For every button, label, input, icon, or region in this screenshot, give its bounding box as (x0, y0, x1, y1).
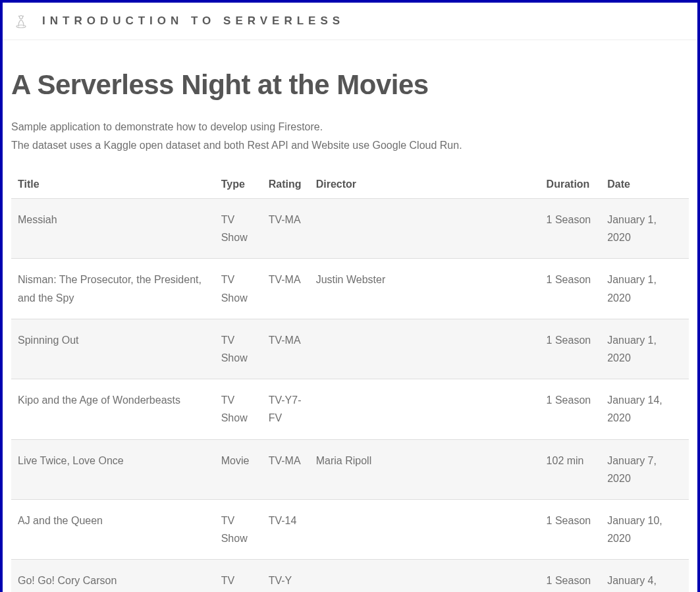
header: INTRODUCTION TO SERVERLESS (3, 3, 697, 40)
cell-director (310, 319, 540, 379)
intro-line-2: The dataset uses a Kaggle open dataset a… (11, 136, 689, 155)
cell-type: Movie (215, 439, 262, 499)
table-row: Messiah TV Show TV-MA 1 Season January 1… (11, 199, 689, 259)
cell-rating: TV-14 (262, 499, 310, 559)
page-container: INTRODUCTION TO SERVERLESS A Serverless … (3, 3, 697, 592)
cell-rating: TV-MA (262, 439, 310, 499)
cell-date: January 7, 2020 (601, 439, 689, 499)
cell-director: Maria Ripoll (310, 439, 540, 499)
intro-line-1: Sample application to demonstrate how to… (11, 118, 689, 136)
table-row: AJ and the Queen TV Show TV-14 1 Season … (11, 499, 689, 559)
movies-table: Title Type Rating Director Duration Date… (11, 171, 689, 592)
cell-type: TV Show (215, 199, 262, 259)
col-title: Title (11, 171, 215, 199)
cell-type: TV Show (215, 379, 262, 439)
cell-rating: TV-Y (262, 560, 310, 592)
cell-type: TV Show (215, 560, 262, 592)
cell-duration: 1 Season (540, 319, 601, 379)
cell-duration: 1 Season (540, 560, 601, 592)
col-director: Director (310, 171, 540, 199)
cell-date: January 1, 2020 (601, 259, 689, 319)
cell-title: Go! Go! Cory Carson (11, 560, 215, 592)
cell-date: January 4, 2020 (601, 560, 689, 592)
cell-duration: 1 Season (540, 499, 601, 559)
cell-title: Nisman: The Prosecutor, the President, a… (11, 259, 215, 319)
cell-rating: TV-MA (262, 259, 310, 319)
col-rating: Rating (262, 171, 310, 199)
cell-title: Kipo and the Age of Wonderbeasts (11, 379, 215, 439)
cell-title: Spinning Out (11, 319, 215, 379)
table-row: Live Twice, Love Once Movie TV-MA Maria … (11, 439, 689, 499)
logo-icon (12, 12, 30, 30)
cell-title: Messiah (11, 199, 215, 259)
cell-director (310, 560, 540, 592)
cell-director: Justin Webster (310, 259, 540, 319)
table-body: Messiah TV Show TV-MA 1 Season January 1… (11, 199, 689, 593)
table-row: Spinning Out TV Show TV-MA 1 Season Janu… (11, 319, 689, 379)
cell-rating: TV-MA (262, 199, 310, 259)
col-type: Type (215, 171, 262, 199)
cell-director (310, 199, 540, 259)
cell-date: January 1, 2020 (601, 319, 689, 379)
cell-rating: TV-MA (262, 319, 310, 379)
intro: Sample application to demonstrate how to… (11, 118, 689, 155)
content: A Serverless Night at the Movies Sample … (3, 40, 697, 592)
cell-director (310, 379, 540, 439)
svg-point-1 (20, 16, 23, 19)
cell-type: TV Show (215, 499, 262, 559)
svg-point-0 (16, 25, 26, 28)
page-title: A Serverless Night at the Movies (11, 69, 689, 101)
table-row: Kipo and the Age of Wonderbeasts TV Show… (11, 379, 689, 439)
header-title: INTRODUCTION TO SERVERLESS (42, 14, 344, 28)
table-header-row: Title Type Rating Director Duration Date (11, 171, 689, 199)
cell-duration: 1 Season (540, 379, 601, 439)
cell-date: January 14, 2020 (601, 379, 689, 439)
cell-rating: TV-Y7-FV (262, 379, 310, 439)
cell-type: TV Show (215, 319, 262, 379)
table-row: Nisman: The Prosecutor, the President, a… (11, 259, 689, 319)
cell-date: January 1, 2020 (601, 199, 689, 259)
cell-date: January 10, 2020 (601, 499, 689, 559)
cell-duration: 1 Season (540, 259, 601, 319)
col-duration: Duration (540, 171, 601, 199)
cell-duration: 1 Season (540, 199, 601, 259)
col-date: Date (601, 171, 689, 199)
table-row: Go! Go! Cory Carson TV Show TV-Y 1 Seaso… (11, 560, 689, 592)
cell-title: AJ and the Queen (11, 499, 215, 559)
cell-duration: 102 min (540, 439, 601, 499)
cell-title: Live Twice, Love Once (11, 439, 215, 499)
cell-director (310, 499, 540, 559)
cell-type: TV Show (215, 259, 262, 319)
